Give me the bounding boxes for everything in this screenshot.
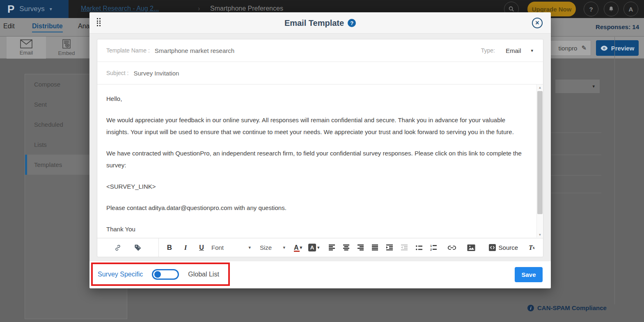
help-button[interactable]: ? (584, 2, 598, 16)
source-button[interactable]: Source (489, 244, 518, 251)
responses-count: Responses: 14 (596, 23, 639, 30)
modal-title: Email Template (284, 18, 344, 28)
bold-button[interactable]: B (165, 244, 174, 252)
edit-pencil-icon[interactable]: ✎ (581, 44, 587, 52)
account-avatar[interactable]: A (623, 2, 638, 16)
insert-link-button[interactable] (114, 244, 121, 251)
avatar-initial: A (629, 6, 633, 13)
embed-icon (62, 39, 71, 49)
tab-distribute[interactable]: Distribute (32, 23, 63, 32)
background-dropdown[interactable]: ▾ (555, 80, 600, 93)
template-name-input[interactable]: Smartphone market research (155, 47, 234, 54)
modal-help-icon[interactable]: ? (348, 19, 356, 27)
align-right-button[interactable] (358, 244, 364, 251)
can-spam-compliance-link[interactable]: i CAN-SPAM Compliance (527, 304, 607, 311)
surveys-menu-label: Surveys (19, 5, 44, 13)
channel-email-label: Email (20, 50, 33, 56)
body-paragraph: Thank You (106, 223, 523, 235)
channel-embed-label: Embed (58, 50, 75, 56)
breadcrumb-page-title: Smartphone Preferences (210, 5, 283, 12)
editor-toolbar-main: B I U Font ▾ Size ▾ A ▾ (159, 244, 543, 252)
remove-format-button[interactable]: Tx (529, 244, 535, 251)
subject-label: Subject : (106, 70, 128, 76)
channel-email-button[interactable]: Email (7, 37, 46, 59)
type-select[interactable]: Email ▾ (506, 47, 533, 54)
surveys-menu[interactable]: P Surveys ▾ (0, 0, 69, 18)
insert-image-button[interactable] (467, 244, 475, 251)
editor-toolbar-left (97, 238, 159, 257)
app-root: P Surveys ▾ Market Research - Aug 2... ›… (0, 0, 644, 322)
size-dropdown[interactable]: Size ▾ (260, 244, 285, 251)
editor-toolbar: B I U Font ▾ Size ▾ A ▾ (97, 238, 543, 257)
tag-icon (134, 244, 142, 251)
scroll-down-arrow[interactable]: ▼ (537, 232, 543, 238)
chevron-down-icon: ▾ (592, 84, 595, 89)
remove-format-letter: T (529, 244, 533, 251)
modal-footer: Survey Specific Global List Save (89, 261, 551, 288)
tab-edit[interactable]: Edit (3, 23, 15, 30)
info-icon: i (527, 305, 534, 311)
save-button[interactable]: Save (515, 267, 543, 282)
body-scrollbar[interactable]: ▲ ▼ (536, 84, 543, 238)
image-icon (467, 244, 475, 251)
modal-close-button[interactable]: × (532, 18, 543, 28)
email-body-editor[interactable]: Hello, We would appreciate your feedback… (97, 84, 543, 238)
justify-icon (372, 244, 378, 251)
subject-row: Subject : Survey Invitation (97, 62, 543, 84)
align-left-icon (329, 244, 335, 251)
bell-icon (608, 6, 614, 12)
chevron-down-icon: ▾ (531, 48, 533, 53)
background-color-button[interactable]: A ▾ (308, 244, 320, 251)
chevron-down-icon: ▾ (248, 245, 251, 250)
bulleted-list-button[interactable] (416, 245, 422, 251)
source-code-icon (489, 244, 496, 251)
notifications-button[interactable] (604, 2, 619, 16)
panel-divider (614, 37, 615, 304)
template-name-label: Template Name : (106, 47, 150, 54)
justify-button[interactable] (372, 244, 378, 251)
hyperlink-button[interactable] (448, 245, 456, 250)
subject-input[interactable]: Survey Invitation (133, 70, 179, 77)
type-selected-value: Email (506, 47, 521, 54)
align-left-button[interactable] (329, 244, 335, 251)
scroll-up-arrow[interactable]: ▲ (537, 84, 543, 90)
underline-button[interactable]: U (197, 244, 206, 251)
close-icon: × (535, 20, 539, 26)
scrollbar-thumb[interactable] (537, 91, 543, 214)
align-right-icon (358, 244, 364, 251)
template-card: Template Name : Smartphone market resear… (97, 39, 543, 257)
font-dropdown[interactable]: Font ▾ (211, 244, 251, 251)
body-paragraph: <SURVEY_LINK> (106, 180, 523, 192)
align-center-icon (343, 244, 350, 251)
outdent-button[interactable] (401, 244, 408, 251)
merge-tag-button[interactable] (134, 244, 142, 251)
background-color-letter: A (308, 244, 316, 251)
breadcrumb-survey-link[interactable]: Market Research - Aug 2... (81, 5, 159, 12)
global-list-label: Global List (188, 271, 219, 278)
chevron-down-icon: ▾ (50, 6, 52, 12)
list-scope-toggle[interactable] (152, 269, 179, 280)
questionpro-logo: P (7, 4, 14, 14)
body-paragraph: Please contact aditya.datar@questionpro.… (106, 202, 523, 214)
email-template-modal: Email Template ? × Template Name : Smart… (89, 12, 551, 288)
chain-link-icon (448, 245, 456, 250)
survey-specific-label: Survey Specific (98, 271, 143, 278)
text-color-button[interactable]: A ▾ (293, 244, 303, 251)
indent-button[interactable] (386, 244, 393, 251)
channel-embed-button[interactable]: Embed (47, 37, 86, 59)
align-center-button[interactable] (343, 244, 350, 251)
link-icon (114, 244, 121, 251)
type-label: Type: (481, 47, 495, 54)
outdent-icon (401, 244, 408, 251)
numbered-list-button[interactable]: 12 (430, 244, 437, 251)
italic-button[interactable]: I (181, 244, 190, 252)
can-spam-label: CAN-SPAM Compliance (537, 304, 607, 311)
preview-button[interactable]: Preview (596, 40, 639, 56)
help-icon: ? (589, 6, 593, 13)
toggle-knob (154, 271, 161, 278)
font-dropdown-label: Font (211, 244, 224, 251)
chevron-down-icon: ▾ (283, 245, 285, 250)
chevron-down-icon: ▾ (317, 245, 320, 250)
size-dropdown-label: Size (260, 244, 272, 251)
body-paragraph: We would appreciate your feedback in our… (106, 114, 523, 138)
